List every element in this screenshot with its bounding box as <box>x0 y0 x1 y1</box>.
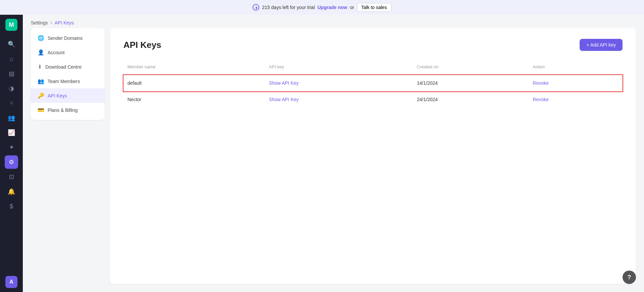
nav-sender-domains[interactable]: 🌐 Sender Domains <box>31 31 105 45</box>
add-api-key-button[interactable]: + Add API key <box>580 39 623 51</box>
sidebar-icon-users[interactable]: 👥 <box>5 111 18 125</box>
help-button[interactable]: ? <box>623 271 636 284</box>
sidebar-icon-dollar[interactable]: $ <box>5 200 18 213</box>
globe-icon: 🌐 <box>38 35 44 41</box>
nav-download-centre-label: Download Centre <box>45 64 82 70</box>
nav-sender-domains-label: Sender Domains <box>48 35 83 41</box>
sidebar-icon-box[interactable]: ⊡ <box>5 170 18 184</box>
logo-letter: M <box>9 21 14 28</box>
nav-account[interactable]: 👤 Account <box>31 45 105 60</box>
download-icon: ⬇ <box>38 64 42 70</box>
sidebar: M 🔍 ⌂ ▤ ◑ ⑂ 👥 📈 ✦ ⚙ ⊡ 🔔 $ A <box>0 15 23 292</box>
revoke-default[interactable]: Revoke <box>529 75 623 91</box>
table-row: default Show API Key 14/1/2024 Revoke <box>123 75 623 91</box>
breadcrumb: Settings > API Keys <box>23 15 644 28</box>
page-title: API Keys <box>123 40 161 50</box>
user-avatar[interactable]: A <box>5 276 17 288</box>
app-logo[interactable]: M <box>5 19 17 31</box>
member-name-default: default <box>123 75 265 91</box>
sidebar-icon-home[interactable]: ⌂ <box>5 52 18 66</box>
nav-download-centre[interactable]: ⬇ Download Centre <box>31 60 105 74</box>
member-name-nector: Nector <box>123 91 265 108</box>
breadcrumb-root[interactable]: Settings <box>31 20 48 25</box>
nav-plans-billing[interactable]: 💳 Plans & Billing <box>31 103 105 117</box>
revoke-nector[interactable]: Revoke <box>529 91 623 108</box>
main-layout: M 🔍 ⌂ ▤ ◑ ⑂ 👥 📈 ✦ ⚙ ⊡ 🔔 $ A Settings > A… <box>0 15 644 292</box>
sidebar-icon-search[interactable]: 🔍 <box>5 38 18 51</box>
breadcrumb-current: API Keys <box>55 20 74 25</box>
show-api-key-default[interactable]: Show API Key <box>265 75 413 91</box>
created-date-default: 14/1/2024 <box>413 75 529 91</box>
upgrade-link[interactable]: Upgrade now <box>318 5 347 10</box>
talk-to-sales-button[interactable]: Talk to sales <box>357 3 391 12</box>
main-panel: API Keys + Add API key Member name API k… <box>110 28 636 284</box>
nav-plans-billing-label: Plans & Billing <box>48 107 78 113</box>
user-icon: 👤 <box>38 49 44 56</box>
nav-account-label: Account <box>48 50 65 55</box>
timer-icon: ◑ <box>253 4 259 11</box>
sidebar-icon-magic[interactable]: ✦ <box>5 141 18 154</box>
nav-team-members-label: Team Members <box>48 79 80 84</box>
sidebar-icon-settings[interactable]: ⚙ <box>5 155 18 169</box>
sidebar-icon-chart[interactable]: ◑ <box>5 82 18 95</box>
col-action: Action <box>529 62 623 75</box>
panel-header: API Keys + Add API key <box>123 39 623 51</box>
team-icon: 👥 <box>38 78 44 84</box>
banner-or: or <box>350 5 354 10</box>
billing-icon: 💳 <box>38 107 44 113</box>
sidebar-icon-analytics[interactable]: 📈 <box>5 126 18 139</box>
col-member-name: Member name <box>123 62 265 75</box>
col-api-key: API key <box>265 62 413 75</box>
api-keys-table: Member name API key Created on Action de… <box>123 62 623 108</box>
nav-api-keys-label: API Keys <box>48 93 67 98</box>
nav-team-members[interactable]: 👥 Team Members <box>31 74 105 88</box>
table-row: Nector Show API Key 24/1/2024 Revoke <box>123 91 623 108</box>
settings-nav: 🌐 Sender Domains 👤 Account ⬇ Download Ce… <box>31 28 105 120</box>
panels: 🌐 Sender Domains 👤 Account ⬇ Download Ce… <box>23 28 644 292</box>
sidebar-icon-table[interactable]: ▤ <box>5 67 18 80</box>
col-created-on: Created on <box>413 62 529 75</box>
sidebar-icon-share[interactable]: ⑂ <box>5 96 18 110</box>
show-api-key-nector[interactable]: Show API Key <box>265 91 413 108</box>
content-area: Settings > API Keys 🌐 Sender Domains 👤 A… <box>23 15 644 292</box>
nav-api-keys[interactable]: 🔑 API Keys <box>31 88 105 103</box>
key-icon: 🔑 <box>38 92 44 99</box>
trial-banner: ◑ 215 days left for your trial Upgrade n… <box>0 0 644 15</box>
sidebar-icon-bell[interactable]: 🔔 <box>5 185 18 198</box>
breadcrumb-separator: > <box>50 20 53 25</box>
created-date-nector: 24/1/2024 <box>413 91 529 108</box>
banner-days-text: 215 days left for your trial <box>262 5 315 10</box>
